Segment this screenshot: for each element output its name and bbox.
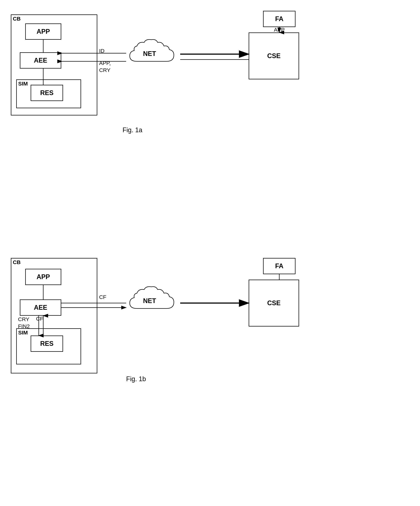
app1-label: APP [37, 28, 50, 35]
fa2-label: FA [275, 262, 284, 270]
res2-box: RES [31, 336, 63, 352]
cse1-label: CSE [267, 52, 281, 60]
res2-label: RES [40, 340, 53, 347]
aee2-label: AEE [34, 304, 47, 311]
fig1b-caption: Fig. 1b [126, 375, 146, 383]
cse2-box: CSE [249, 280, 299, 326]
cb1-label: CB [13, 16, 20, 22]
aee1-box: AEE [20, 52, 61, 68]
cb2-label: CB [13, 259, 20, 265]
svg-text:NET: NET [143, 50, 156, 57]
app-cry-label: APP,CRY [99, 60, 111, 73]
res1-label: RES [40, 89, 53, 97]
fig1a-caption: Fig. 1a [123, 126, 142, 134]
id-label: ID [99, 48, 104, 54]
app2-box: APP [25, 269, 61, 285]
net2-cloud: NET [126, 283, 180, 319]
app1-box: APP [25, 23, 61, 40]
aee1-label: AEE [34, 57, 47, 64]
fa1-box: FA [263, 11, 296, 27]
app2-label: APP [37, 273, 50, 281]
svg-text:NET: NET [143, 297, 156, 305]
app-arrow-label-1a: APP [274, 27, 285, 33]
cse1-box: CSE [249, 33, 299, 79]
net1-cloud: NET [126, 36, 180, 72]
fa1-label: FA [275, 15, 284, 23]
cf-top-label: CF [99, 294, 106, 300]
cry-fin2-label: CRYFIN2 [18, 316, 30, 330]
cf-inner-label: CF [36, 316, 43, 322]
sim1-label: SIM [18, 81, 28, 87]
res1-box: RES [31, 85, 63, 101]
sim2-label: SIM [18, 330, 28, 336]
aee2-box: AEE [20, 300, 61, 316]
fa2-box: FA [263, 258, 296, 274]
cse2-label: CSE [267, 299, 281, 307]
